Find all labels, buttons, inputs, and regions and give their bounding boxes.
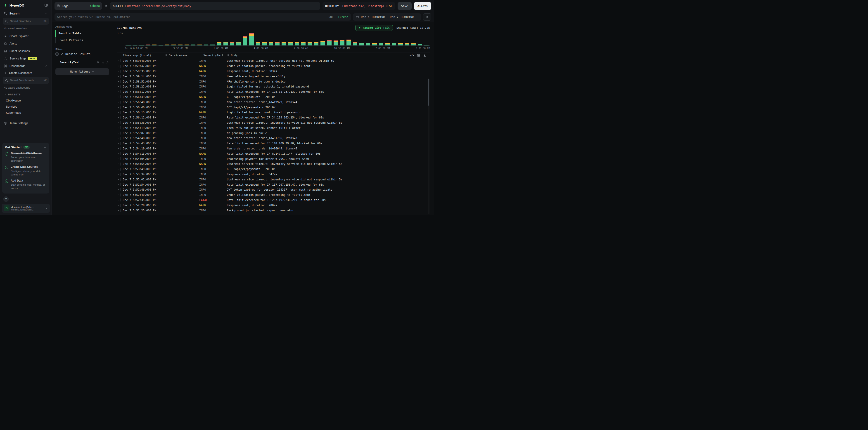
run-query-button[interactable] bbox=[423, 13, 431, 21]
saved-searches-input[interactable]: Saved Searches ⌘K bbox=[3, 18, 49, 25]
histogram-bar[interactable] bbox=[353, 42, 357, 45]
histogram-bar[interactable] bbox=[269, 42, 273, 45]
log-row[interactable]: Dec 7 5:56:15.000 PMWARNLogin failed for… bbox=[117, 110, 430, 115]
histogram-bar[interactable] bbox=[230, 42, 234, 45]
sql-mode-toggle[interactable]: SQL bbox=[329, 15, 334, 19]
log-row[interactable]: Dec 7 5:54:05.000 PMINFOProcessing payme… bbox=[117, 156, 430, 161]
chevron-up-icon[interactable] bbox=[43, 145, 46, 149]
expand-row-control[interactable] bbox=[117, 163, 123, 165]
histogram-bar[interactable] bbox=[152, 44, 157, 45]
histogram-bar[interactable] bbox=[379, 43, 383, 45]
preset-services[interactable]: Services bbox=[0, 104, 52, 110]
sidebar-item-service-map[interactable]: Service MapBETA bbox=[0, 55, 52, 62]
sidebar-item-chart-explorer[interactable]: Chart Explorer bbox=[0, 32, 52, 40]
expand-row-control[interactable] bbox=[117, 101, 123, 104]
histogram-bar[interactable] bbox=[327, 40, 332, 45]
sidebar-item-alerts[interactable]: Alerts bbox=[0, 40, 52, 47]
sidebar-item-team-settings[interactable]: Team Settings bbox=[0, 119, 52, 127]
more-filters-button[interactable]: More filters bbox=[55, 68, 109, 75]
get-started-task[interactable]: Create Data SourcesConfigure where your … bbox=[5, 165, 46, 176]
get-started-header[interactable]: Get Started 3/3 bbox=[5, 145, 46, 149]
alerts-button[interactable]: Alerts bbox=[414, 2, 431, 10]
source-settings-icon[interactable] bbox=[104, 4, 108, 8]
resume-live-tail-button[interactable]: Resume Live Tail bbox=[355, 25, 393, 31]
log-row[interactable]: Dec 7 5:58:23.000 PMINFOLogin failed for… bbox=[117, 84, 430, 89]
save-button[interactable]: Save bbox=[398, 2, 412, 10]
expand-row-control[interactable] bbox=[117, 121, 123, 124]
sql-select-input[interactable]: SELECT Timestamp,ServiceName,SeverityTex… bbox=[110, 2, 320, 10]
log-row[interactable]: Dec 7 5:54:13.000 PMWARNRate limit excee… bbox=[117, 151, 430, 156]
expand-row-control[interactable] bbox=[117, 157, 123, 160]
histogram-bar[interactable] bbox=[385, 43, 390, 45]
expand-row-control[interactable] bbox=[117, 65, 123, 68]
histogram-bar[interactable] bbox=[256, 42, 260, 45]
log-row[interactable]: Dec 7 5:59:35.000 PMWARNResponse sent, d… bbox=[117, 69, 430, 74]
log-row[interactable]: Dec 7 5:56:46.000 PMINFOGET /api/v1/paym… bbox=[117, 105, 430, 110]
get-started-task[interactable]: Connect to ClickHouseSet up your databas… bbox=[5, 152, 46, 163]
download-icon[interactable] bbox=[423, 54, 426, 57]
expand-row-control[interactable] bbox=[117, 198, 123, 201]
histogram-bar[interactable] bbox=[398, 43, 403, 45]
histogram-bar[interactable] bbox=[249, 33, 254, 45]
sidebar-item-client-sessions[interactable]: Client Sessions bbox=[0, 47, 52, 55]
histogram-bar[interactable] bbox=[411, 43, 416, 45]
get-started-task[interactable]: Add DataStart sending logs, metrics, or … bbox=[5, 179, 46, 190]
facet-pin-icon[interactable] bbox=[106, 61, 109, 64]
histogram-bar[interactable] bbox=[133, 45, 137, 45]
expand-row-control[interactable] bbox=[117, 95, 123, 98]
expand-row-control[interactable] bbox=[117, 152, 123, 155]
log-row[interactable]: Dec 7 5:52:46.000 PMINFOJWT token expire… bbox=[117, 187, 430, 192]
expand-row-control[interactable] bbox=[117, 173, 123, 176]
log-row[interactable]: Dec 7 5:53:02.000 PMINFOUpstream service… bbox=[117, 177, 430, 182]
histogram-bar[interactable] bbox=[275, 42, 280, 45]
histogram-bar[interactable] bbox=[314, 42, 319, 45]
histogram-bar[interactable] bbox=[185, 44, 189, 45]
presets-toggle[interactable]: PRESETS bbox=[0, 92, 52, 97]
histogram-bar[interactable] bbox=[236, 42, 241, 45]
denoise-checkbox[interactable] bbox=[55, 53, 59, 56]
expand-row-control[interactable] bbox=[117, 168, 123, 171]
histogram-bar[interactable] bbox=[320, 41, 325, 45]
histogram-bar[interactable] bbox=[172, 44, 176, 45]
histogram-bar[interactable] bbox=[139, 45, 144, 45]
histogram-bar[interactable] bbox=[217, 42, 221, 45]
histogram-bar[interactable] bbox=[223, 42, 228, 45]
expand-row-control[interactable] bbox=[117, 209, 123, 212]
log-row[interactable]: Dec 7 5:56:48.000 PMINFONew order create… bbox=[117, 99, 430, 105]
log-row[interactable]: Dec 7 5:53:49.000 PMINFOGET /api/v1/paym… bbox=[117, 167, 430, 172]
histogram-bar[interactable] bbox=[178, 44, 183, 45]
column-header-timestamp-local[interactable]: Timestamp (Local) bbox=[123, 54, 165, 57]
histogram-bar[interactable] bbox=[165, 44, 169, 45]
log-row[interactable]: Dec 7 5:55:19.000 PMINFOItem 7525 out of… bbox=[117, 125, 430, 130]
log-row[interactable]: Dec 7 5:56:12.000 PMINFORate limit excee… bbox=[117, 115, 430, 120]
expand-row-control[interactable] bbox=[117, 142, 123, 145]
log-row[interactable]: Dec 7 5:56:49.000 PMWARNGET /api/v1/prod… bbox=[117, 95, 430, 100]
expand-row-control[interactable] bbox=[117, 183, 123, 186]
scrollbar-thumb[interactable] bbox=[428, 79, 429, 106]
collapse-sidebar-icon[interactable] bbox=[44, 3, 48, 7]
denoise-results-option[interactable]: Denoise Results bbox=[55, 53, 109, 56]
expand-row-control[interactable] bbox=[117, 91, 123, 93]
sidebar-item-search[interactable]: Search bbox=[0, 9, 52, 17]
expand-row-control[interactable] bbox=[117, 70, 123, 73]
expand-row-control[interactable] bbox=[117, 147, 123, 150]
log-row[interactable]: Dec 7 5:59:14.000 PMINFOUser alice_w log… bbox=[117, 74, 430, 79]
expand-row-control[interactable] bbox=[117, 75, 123, 78]
preset-clickhouse[interactable]: ClickHouse bbox=[0, 97, 52, 104]
chevron-up-icon[interactable] bbox=[45, 12, 48, 15]
log-row[interactable]: Dec 7 5:52:28.000 PMWARNResponse sent, d… bbox=[117, 203, 430, 208]
date-range-picker[interactable]: Dec 6 18:00:00 - Dec 7 18:00:00 bbox=[353, 13, 421, 21]
histogram-bar[interactable] bbox=[282, 42, 286, 45]
log-row[interactable]: Dec 7 5:55:38.000 PMINFOUpstream service… bbox=[117, 120, 430, 126]
histogram-bar[interactable] bbox=[360, 43, 364, 45]
histogram-bar[interactable] bbox=[392, 43, 396, 45]
event-search-input[interactable]: Search your events w/ Lucene ex. column:… bbox=[55, 13, 351, 21]
create-dashboard-button[interactable]: Create Dashboard bbox=[0, 70, 52, 76]
expand-row-control[interactable] bbox=[117, 126, 123, 129]
user-menu[interactable]: D dominic.tran@clic... dominic.tran@clic… bbox=[2, 204, 50, 213]
expand-row-control[interactable] bbox=[117, 80, 123, 83]
log-row[interactable]: Dec 7 5:52:40.000 PMINFOOrder validation… bbox=[117, 192, 430, 198]
expand-row-control[interactable] bbox=[117, 116, 123, 119]
histogram-bar[interactable] bbox=[346, 39, 351, 45]
histogram-bar[interactable] bbox=[308, 42, 312, 45]
